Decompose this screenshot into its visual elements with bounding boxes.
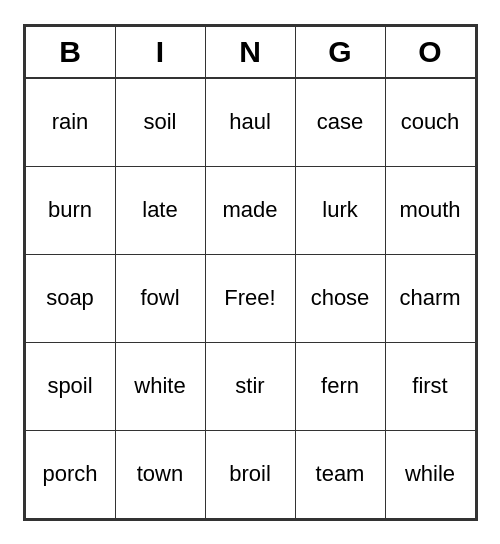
cell-r2-c4: charm bbox=[385, 254, 475, 342]
cell-r2-c3: chose bbox=[295, 254, 385, 342]
cell-r3-c4: first bbox=[385, 342, 475, 430]
header-g: G bbox=[295, 26, 385, 78]
cell-r0-c0: rain bbox=[25, 78, 115, 166]
cell-r1-c3: lurk bbox=[295, 166, 385, 254]
bingo-body: rainsoilhaulcasecouchburnlatemadelurkmou… bbox=[25, 78, 475, 518]
cell-r4-c3: team bbox=[295, 430, 385, 518]
cell-r4-c4: while bbox=[385, 430, 475, 518]
header-row: B I N G O bbox=[25, 26, 475, 78]
header-b: B bbox=[25, 26, 115, 78]
table-row: rainsoilhaulcasecouch bbox=[25, 78, 475, 166]
cell-r1-c1: late bbox=[115, 166, 205, 254]
cell-r3-c3: fern bbox=[295, 342, 385, 430]
bingo-table: B I N G O rainsoilhaulcasecouchburnlatem… bbox=[25, 26, 476, 519]
table-row: porchtownbroilteamwhile bbox=[25, 430, 475, 518]
cell-r1-c2: made bbox=[205, 166, 295, 254]
cell-r3-c1: white bbox=[115, 342, 205, 430]
cell-r4-c1: town bbox=[115, 430, 205, 518]
cell-r2-c0: soap bbox=[25, 254, 115, 342]
cell-r2-c1: fowl bbox=[115, 254, 205, 342]
table-row: burnlatemadelurkmouth bbox=[25, 166, 475, 254]
cell-r1-c4: mouth bbox=[385, 166, 475, 254]
cell-r4-c0: porch bbox=[25, 430, 115, 518]
cell-r1-c0: burn bbox=[25, 166, 115, 254]
cell-r2-c2: Free! bbox=[205, 254, 295, 342]
table-row: spoilwhitestirfernfirst bbox=[25, 342, 475, 430]
header-n: N bbox=[205, 26, 295, 78]
cell-r0-c1: soil bbox=[115, 78, 205, 166]
cell-r3-c0: spoil bbox=[25, 342, 115, 430]
cell-r0-c4: couch bbox=[385, 78, 475, 166]
bingo-card: B I N G O rainsoilhaulcasecouchburnlatem… bbox=[23, 24, 478, 521]
table-row: soapfowlFree!chosecharm bbox=[25, 254, 475, 342]
cell-r0-c3: case bbox=[295, 78, 385, 166]
cell-r0-c2: haul bbox=[205, 78, 295, 166]
cell-r4-c2: broil bbox=[205, 430, 295, 518]
header-i: I bbox=[115, 26, 205, 78]
header-o: O bbox=[385, 26, 475, 78]
cell-r3-c2: stir bbox=[205, 342, 295, 430]
